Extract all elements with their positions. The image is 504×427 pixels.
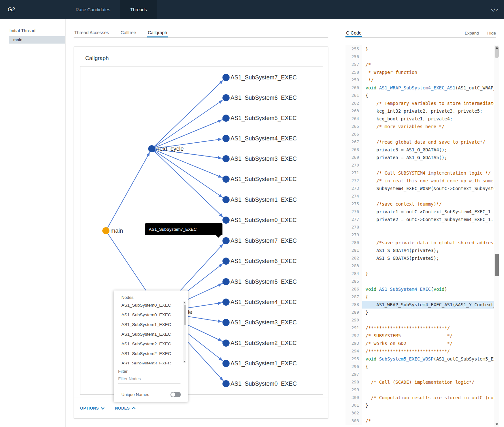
line-text [362, 53, 494, 61]
line-text [362, 371, 494, 378]
code-line: 272 /* in real this one would come up wi… [345, 177, 494, 185]
code-line: 290 [345, 316, 494, 324]
graph-node-label: main [110, 228, 123, 234]
graph-node[interactable] [222, 278, 230, 285]
tab-callgraph[interactable]: Callgraph [147, 28, 168, 37]
code-line: 278 [345, 223, 494, 231]
code-line: 268 private3 = AS1_G_GDATA4(); [345, 146, 494, 154]
filter-nodes-input[interactable] [118, 375, 180, 383]
graph-node[interactable] [222, 319, 230, 326]
nodes-popup-item[interactable]: AS1_SubSystem2_EXEC [114, 349, 188, 359]
line-number: 279 [345, 231, 362, 239]
line-text: /*save context (dummy)*/ [362, 200, 494, 208]
line-number: 255 [345, 45, 362, 53]
graph-node[interactable] [102, 227, 109, 234]
code-line: 293/* works on GD2 */ [345, 340, 494, 347]
graph-node[interactable] [222, 94, 230, 101]
nodes-button[interactable]: NODES [115, 406, 135, 411]
nav-tab-race-candidates[interactable]: Race Candidates [66, 0, 120, 19]
graph-node[interactable] [148, 145, 155, 152]
graph-node[interactable] [222, 196, 230, 203]
nodes-popup-item[interactable]: AS1_SubSystem1_EXEC [114, 330, 188, 339]
code-scrollbar-thumb[interactable] [495, 254, 499, 276]
graph-edge [106, 149, 152, 231]
scroll-up-icon[interactable] [184, 302, 186, 303]
nav-tab-threads[interactable]: Threads [120, 0, 157, 19]
scroll-down-icon[interactable] [184, 361, 186, 362]
c-code-tab[interactable]: C Code [345, 29, 362, 37]
line-text: private3 = AS1_G_GDATA4(); [362, 146, 494, 154]
nodes-list-scrollbar[interactable] [183, 301, 186, 363]
line-number: 265 [345, 123, 362, 130]
graph-node[interactable] [222, 155, 230, 162]
graph-node[interactable] [222, 380, 230, 387]
nodes-popup-item[interactable]: AS1_SubSystem3_EXEC [114, 359, 188, 364]
line-number: 264 [345, 115, 362, 123]
line-number: 258 [345, 68, 362, 76]
code-line: 260void AS1_WRAP_SubSystem4_EXEC_AS1(AS1… [345, 84, 494, 92]
expand-button[interactable]: Expand [465, 31, 479, 36]
line-number: 299 [345, 386, 362, 394]
line-number: 271 [345, 169, 362, 177]
line-text: { [362, 363, 494, 371]
graph-node[interactable] [222, 360, 230, 367]
line-number: 303 [345, 417, 362, 425]
graph-node[interactable] [222, 135, 230, 142]
line-text: /* in real this one would come up with s… [362, 177, 494, 185]
code-line: 286void AS1_SubSystem4_EXEC(void) [345, 285, 494, 293]
line-text: void AS1_SubSystem4_EXEC(void) [362, 285, 494, 293]
tab-thread-accesses[interactable]: Thread Accesses [74, 28, 109, 37]
graph-node[interactable] [222, 74, 230, 81]
graph-node[interactable] [222, 299, 230, 306]
graph-node[interactable] [222, 340, 230, 347]
callgraph-card: Callgraph mainnext_cyclenext_cycleAS1_Su… [74, 46, 328, 419]
graph-node[interactable] [222, 176, 230, 183]
graph-edge [152, 149, 226, 220]
nodes-popup-item[interactable]: AS1_SubSystem1_EXEC [114, 320, 188, 330]
code-line: 274 [345, 192, 494, 200]
sidebar-item-main[interactable]: main [9, 36, 65, 44]
code-line: 303/* [345, 417, 494, 425]
nodes-popup-item[interactable]: AS1_SubSystem0_EXEC [114, 310, 188, 320]
line-number: 298 [345, 378, 362, 386]
line-number: 291 [345, 324, 362, 332]
graph-node[interactable] [222, 237, 230, 244]
graph-edge [152, 118, 226, 149]
options-button[interactable]: OPTIONS [80, 406, 104, 411]
graph-node[interactable] [222, 258, 230, 265]
line-number: 274 [345, 192, 362, 200]
code-viewer[interactable]: 255}256257/*258 * Wrapper function259 */… [345, 45, 494, 427]
line-text: * Wrapper function [362, 68, 494, 76]
line-text: /* SUBSYSTEM5 */ [362, 332, 494, 340]
nodes-popup-item[interactable]: AS1_SubSystem0_EXEC [114, 300, 188, 310]
scroll-up-icon[interactable] [496, 47, 498, 49]
code-line: 287{ [345, 293, 494, 301]
line-text: private2 = outC->Context_SubSystem4_EXEC… [362, 216, 494, 223]
code-line: 288 AS1_WRAP_SubSystem4_EXEC_AS1(&AS1_Y.… [345, 301, 494, 309]
line-text: void AS1_WRAP_SubSystem4_EXEC_AS1(AS1_ou… [362, 84, 494, 92]
graph-node[interactable] [222, 217, 230, 224]
graph-node-label: AS1_SubSystem5_EXEC [231, 115, 297, 122]
callgraph-viewport[interactable]: mainnext_cyclenext_cycleAS1_SubSystem7_E… [80, 66, 323, 395]
unique-names-toggle[interactable] [170, 392, 181, 397]
graph-node[interactable] [222, 115, 230, 122]
line-text: /* [362, 417, 494, 425]
line-number: 277 [345, 216, 362, 223]
line-number: 270 [345, 161, 362, 169]
code-panel-toggle-icon[interactable]: </> [491, 7, 498, 12]
nodes-popup-item[interactable]: AS1_SubSystem2_EXEC [114, 339, 188, 349]
line-number: 259 [345, 76, 362, 84]
scroll-down-icon[interactable] [496, 423, 498, 425]
code-line: 295void SubSystem5_EXEC_WOSP(AS1_outC_Su… [345, 355, 494, 363]
graph-node-label: AS1_SubSystem1_EXEC [231, 360, 297, 367]
code-scrollbar[interactable] [494, 45, 499, 427]
line-text: */ [362, 76, 494, 84]
line-number: 300 [345, 394, 362, 402]
card-footer: OPTIONS NODES [74, 398, 328, 418]
line-number: 290 [345, 316, 362, 324]
nodes-list-scrollbar-thumb[interactable] [184, 305, 186, 325]
tab-calltree[interactable]: Calltree [120, 28, 137, 37]
hide-button[interactable]: Hide [487, 31, 496, 36]
code-line: 296{ [345, 363, 494, 371]
app-logo: G2 [0, 0, 66, 19]
